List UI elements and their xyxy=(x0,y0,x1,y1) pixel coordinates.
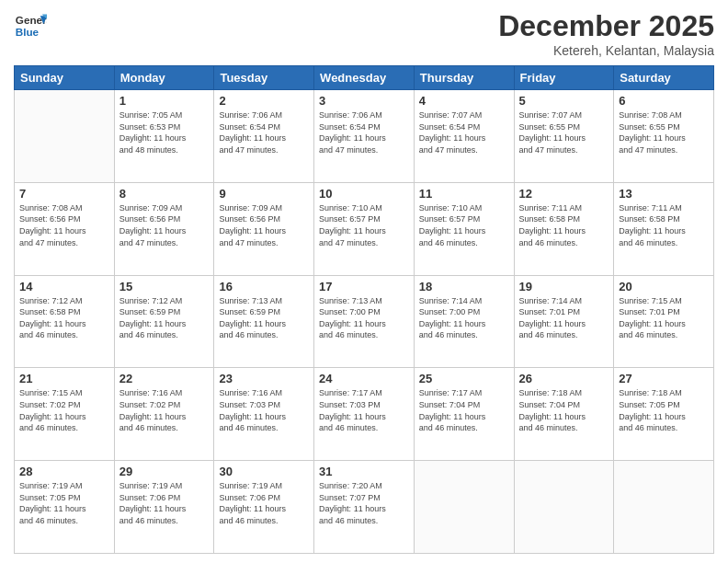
day-number: 21 xyxy=(19,372,109,385)
day-number: 30 xyxy=(219,465,309,478)
day-info: Sunrise: 7:19 AM Sunset: 7:05 PM Dayligh… xyxy=(19,480,109,526)
subtitle: Ketereh, Kelantan, Malaysia xyxy=(498,43,714,58)
day-info: Sunrise: 7:12 AM Sunset: 6:59 PM Dayligh… xyxy=(119,295,210,341)
table-row: 9Sunrise: 7:09 AM Sunset: 6:56 PM Daylig… xyxy=(214,182,314,275)
day-number: 20 xyxy=(619,280,709,293)
week-row-1: 1Sunrise: 7:05 AM Sunset: 6:53 PM Daylig… xyxy=(15,90,714,183)
day-info: Sunrise: 7:15 AM Sunset: 7:02 PM Dayligh… xyxy=(19,387,109,433)
day-number: 19 xyxy=(519,280,609,293)
day-info: Sunrise: 7:16 AM Sunset: 7:03 PM Dayligh… xyxy=(219,387,309,433)
table-row: 30Sunrise: 7:19 AM Sunset: 7:06 PM Dayli… xyxy=(214,461,314,554)
day-info: Sunrise: 7:12 AM Sunset: 6:58 PM Dayligh… xyxy=(19,295,109,341)
table-row: 2Sunrise: 7:06 AM Sunset: 6:54 PM Daylig… xyxy=(214,90,314,183)
table-row: 6Sunrise: 7:08 AM Sunset: 6:55 PM Daylig… xyxy=(614,90,714,183)
day-info: Sunrise: 7:19 AM Sunset: 7:06 PM Dayligh… xyxy=(119,480,210,526)
day-number: 18 xyxy=(419,280,509,293)
table-row: 25Sunrise: 7:17 AM Sunset: 7:04 PM Dayli… xyxy=(414,368,514,461)
day-info: Sunrise: 7:08 AM Sunset: 6:56 PM Dayligh… xyxy=(19,202,109,248)
table-row: 23Sunrise: 7:16 AM Sunset: 7:03 PM Dayli… xyxy=(214,368,314,461)
day-info: Sunrise: 7:13 AM Sunset: 7:00 PM Dayligh… xyxy=(319,295,409,341)
table-row: 16Sunrise: 7:13 AM Sunset: 6:59 PM Dayli… xyxy=(214,275,314,368)
day-info: Sunrise: 7:08 AM Sunset: 6:55 PM Dayligh… xyxy=(619,109,709,155)
table-row: 11Sunrise: 7:10 AM Sunset: 6:57 PM Dayli… xyxy=(414,182,514,275)
table-row xyxy=(414,461,514,554)
day-info: Sunrise: 7:14 AM Sunset: 7:01 PM Dayligh… xyxy=(519,295,609,341)
header-wednesday: Wednesday xyxy=(314,66,415,90)
day-number: 2 xyxy=(219,94,309,108)
day-info: Sunrise: 7:17 AM Sunset: 7:04 PM Dayligh… xyxy=(419,387,509,433)
day-number: 27 xyxy=(619,372,709,385)
day-number: 3 xyxy=(319,94,409,108)
day-number: 31 xyxy=(319,465,409,478)
header: General Blue December 2025 Ketereh, Kela… xyxy=(14,9,714,58)
day-info: Sunrise: 7:11 AM Sunset: 6:58 PM Dayligh… xyxy=(519,202,609,248)
header-tuesday: Tuesday xyxy=(214,66,314,90)
day-info: Sunrise: 7:13 AM Sunset: 6:59 PM Dayligh… xyxy=(219,295,309,341)
main-title: December 2025 xyxy=(498,9,714,43)
day-info: Sunrise: 7:18 AM Sunset: 7:05 PM Dayligh… xyxy=(619,387,709,433)
day-info: Sunrise: 7:10 AM Sunset: 6:57 PM Dayligh… xyxy=(419,202,509,248)
week-row-4: 21Sunrise: 7:15 AM Sunset: 7:02 PM Dayli… xyxy=(15,368,714,461)
table-row: 4Sunrise: 7:07 AM Sunset: 6:54 PM Daylig… xyxy=(414,90,514,183)
table-row: 3Sunrise: 7:06 AM Sunset: 6:54 PM Daylig… xyxy=(314,90,415,183)
day-number: 12 xyxy=(519,187,609,201)
table-row: 1Sunrise: 7:05 AM Sunset: 6:53 PM Daylig… xyxy=(114,90,214,183)
day-info: Sunrise: 7:15 AM Sunset: 7:01 PM Dayligh… xyxy=(619,295,709,341)
week-row-2: 7Sunrise: 7:08 AM Sunset: 6:56 PM Daylig… xyxy=(15,182,714,275)
table-row: 5Sunrise: 7:07 AM Sunset: 6:55 PM Daylig… xyxy=(514,90,614,183)
day-number: 9 xyxy=(219,187,309,201)
day-number: 11 xyxy=(419,187,509,201)
day-info: Sunrise: 7:10 AM Sunset: 6:57 PM Dayligh… xyxy=(319,202,409,248)
day-number: 5 xyxy=(519,94,609,108)
day-info: Sunrise: 7:19 AM Sunset: 7:06 PM Dayligh… xyxy=(219,480,309,526)
day-number: 16 xyxy=(219,280,309,293)
header-friday: Friday xyxy=(514,66,614,90)
table-row: 29Sunrise: 7:19 AM Sunset: 7:06 PM Dayli… xyxy=(114,461,214,554)
table-row: 31Sunrise: 7:20 AM Sunset: 7:07 PM Dayli… xyxy=(314,461,415,554)
header-sunday: Sunday xyxy=(15,66,115,90)
week-row-3: 14Sunrise: 7:12 AM Sunset: 6:58 PM Dayli… xyxy=(15,275,714,368)
table-row: 22Sunrise: 7:16 AM Sunset: 7:02 PM Dayli… xyxy=(114,368,214,461)
table-row xyxy=(614,461,714,554)
table-row xyxy=(514,461,614,554)
day-info: Sunrise: 7:05 AM Sunset: 6:53 PM Dayligh… xyxy=(119,109,210,155)
svg-text:Blue: Blue xyxy=(16,26,40,38)
day-number: 14 xyxy=(19,280,109,293)
day-number: 24 xyxy=(319,372,409,385)
day-info: Sunrise: 7:18 AM Sunset: 7:04 PM Dayligh… xyxy=(519,387,609,433)
day-number: 17 xyxy=(319,280,409,293)
header-monday: Monday xyxy=(114,66,214,90)
day-number: 26 xyxy=(519,372,609,385)
day-info: Sunrise: 7:17 AM Sunset: 7:03 PM Dayligh… xyxy=(319,387,409,433)
day-number: 10 xyxy=(319,187,409,201)
table-row: 26Sunrise: 7:18 AM Sunset: 7:04 PM Dayli… xyxy=(514,368,614,461)
day-number: 29 xyxy=(119,465,210,478)
day-info: Sunrise: 7:09 AM Sunset: 6:56 PM Dayligh… xyxy=(119,202,210,248)
day-number: 13 xyxy=(619,187,709,201)
day-number: 25 xyxy=(419,372,509,385)
calendar-table: Sunday Monday Tuesday Wednesday Thursday… xyxy=(14,65,714,554)
day-info: Sunrise: 7:06 AM Sunset: 6:54 PM Dayligh… xyxy=(319,109,409,155)
table-row xyxy=(15,90,115,183)
table-row: 28Sunrise: 7:19 AM Sunset: 7:05 PM Dayli… xyxy=(15,461,115,554)
table-row: 12Sunrise: 7:11 AM Sunset: 6:58 PM Dayli… xyxy=(514,182,614,275)
table-row: 8Sunrise: 7:09 AM Sunset: 6:56 PM Daylig… xyxy=(114,182,214,275)
day-number: 1 xyxy=(119,94,210,108)
day-number: 4 xyxy=(419,94,509,108)
day-info: Sunrise: 7:07 AM Sunset: 6:55 PM Dayligh… xyxy=(519,109,609,155)
table-row: 24Sunrise: 7:17 AM Sunset: 7:03 PM Dayli… xyxy=(314,368,415,461)
table-row: 19Sunrise: 7:14 AM Sunset: 7:01 PM Dayli… xyxy=(514,275,614,368)
day-number: 23 xyxy=(219,372,309,385)
day-number: 28 xyxy=(19,465,109,478)
day-info: Sunrise: 7:14 AM Sunset: 7:00 PM Dayligh… xyxy=(419,295,509,341)
header-thursday: Thursday xyxy=(414,66,514,90)
day-number: 7 xyxy=(19,187,109,201)
table-row: 21Sunrise: 7:15 AM Sunset: 7:02 PM Dayli… xyxy=(15,368,115,461)
table-row: 15Sunrise: 7:12 AM Sunset: 6:59 PM Dayli… xyxy=(114,275,214,368)
table-row: 13Sunrise: 7:11 AM Sunset: 6:58 PM Dayli… xyxy=(614,182,714,275)
day-number: 22 xyxy=(119,372,210,385)
day-info: Sunrise: 7:07 AM Sunset: 6:54 PM Dayligh… xyxy=(419,109,509,155)
day-number: 6 xyxy=(619,94,709,108)
table-row: 27Sunrise: 7:18 AM Sunset: 7:05 PM Dayli… xyxy=(614,368,714,461)
day-info: Sunrise: 7:20 AM Sunset: 7:07 PM Dayligh… xyxy=(319,480,409,526)
